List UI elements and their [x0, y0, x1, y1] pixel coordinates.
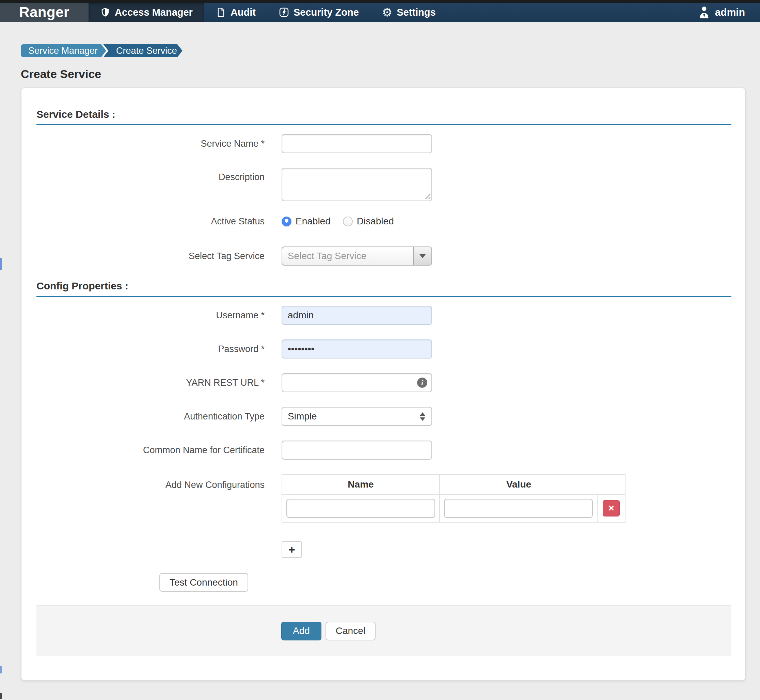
form-row-add-configs: Add New Configurations Name Value ✕ — [36, 474, 732, 523]
service-name-input[interactable] — [281, 134, 432, 153]
select-stepper-icon — [420, 412, 425, 421]
tag-service-select[interactable]: Select Tag Service — [281, 247, 432, 266]
username-label: Username * — [36, 310, 264, 321]
form-actions-bar: Add Cancel — [36, 605, 732, 656]
bolt-icon — [279, 7, 289, 17]
description-textarea[interactable] — [281, 168, 432, 201]
password-input[interactable] — [281, 339, 432, 358]
nav-item-audit[interactable]: Audit — [204, 3, 267, 22]
nav-item-access-manager[interactable]: Access Manager — [89, 3, 204, 22]
radio-enabled-label: Enabled — [296, 216, 331, 227]
auth-type-value: Simple — [282, 411, 432, 422]
add-configs-label: Add New Configurations — [36, 474, 264, 490]
radio-disabled-label: Disabled — [357, 216, 394, 227]
shield-icon — [100, 7, 110, 17]
radio-enabled[interactable] — [281, 217, 291, 227]
description-label: Description — [36, 168, 264, 183]
config-table-row: ✕ — [282, 495, 625, 522]
nav-label: Settings — [397, 7, 435, 18]
form-row-password: Password * — [36, 339, 732, 358]
top-navbar: Ranger Access Manager Audit Security Zon… — [0, 3, 760, 22]
form-row-username: Username * — [36, 306, 732, 325]
breadcrumb-service-manager[interactable]: Service Manager — [21, 44, 101, 57]
add-config-row-button[interactable]: + — [281, 541, 302, 558]
nav-label: Security Zone — [294, 7, 359, 18]
config-col-value: Value — [440, 475, 597, 494]
common-name-input[interactable] — [281, 441, 432, 459]
config-name-input[interactable] — [286, 499, 435, 518]
service-name-label: Service Name * — [36, 139, 264, 149]
user-name: admin — [715, 6, 745, 18]
form-row-tag-service: Select Tag Service Select Tag Service — [36, 247, 732, 266]
config-value-input[interactable] — [444, 499, 593, 518]
tag-service-label: Select Tag Service — [36, 251, 264, 261]
left-edge-marker — [0, 666, 2, 673]
page-content: Service Manager Create Service Create Se… — [0, 22, 760, 681]
test-connection-button[interactable]: Test Connection — [160, 573, 248, 592]
user-icon — [698, 6, 710, 19]
page-title: Create Service — [21, 67, 746, 81]
gear-icon: ⚙ — [382, 7, 392, 17]
section-heading-service-details: Service Details : — [36, 109, 732, 125]
yarn-rest-url-label: YARN REST URL * — [36, 378, 264, 388]
config-col-actions — [597, 475, 625, 494]
nav-label: Audit — [230, 7, 256, 18]
tag-service-placeholder: Select Tag Service — [282, 251, 413, 261]
radio-disabled[interactable] — [343, 217, 353, 227]
nav-item-security-zone[interactable]: Security Zone — [267, 3, 371, 22]
form-row-active-status: Active Status Enabled Disabled — [36, 216, 732, 227]
info-icon[interactable]: i — [417, 378, 427, 388]
config-table: Name Value ✕ — [281, 474, 626, 523]
password-label: Password * — [36, 344, 264, 355]
form-row-common-name: Common Name for Certificate — [36, 441, 732, 459]
delete-config-button[interactable]: ✕ — [603, 500, 620, 517]
window-top-strip — [0, 0, 760, 3]
file-icon — [216, 7, 226, 17]
form-row-yarn-rest-url: YARN REST URL * i — [36, 373, 732, 392]
form-row-auth-type: Authentication Type Simple — [36, 407, 732, 426]
username-input[interactable] — [281, 306, 432, 325]
auth-type-select[interactable]: Simple — [281, 407, 432, 426]
left-edge-marker — [0, 693, 2, 699]
navbar-spacer — [447, 3, 691, 22]
yarn-rest-url-input[interactable] — [281, 373, 432, 392]
dropdown-arrow-button[interactable] — [413, 247, 432, 265]
chevron-down-icon — [419, 254, 425, 258]
cancel-button[interactable]: Cancel — [325, 622, 375, 641]
active-status-options: Enabled Disabled — [281, 216, 732, 227]
main-nav: Access Manager Audit Security Zone ⚙ Set… — [89, 3, 447, 22]
nav-label: Access Manager — [115, 7, 193, 18]
breadcrumb: Service Manager Create Service — [21, 44, 746, 57]
config-col-name: Name — [282, 475, 440, 494]
add-button[interactable]: Add — [281, 622, 321, 641]
section-heading-config-properties: Config Properties : — [36, 280, 732, 297]
active-status-label: Active Status — [36, 216, 264, 227]
create-service-form-card: Service Details : Service Name * Descrip… — [21, 88, 746, 681]
close-icon: ✕ — [608, 503, 615, 513]
breadcrumb-create-service: Create Service — [103, 44, 183, 57]
left-edge-marker — [0, 258, 2, 270]
nav-item-settings[interactable]: ⚙ Settings — [371, 3, 447, 22]
plus-icon: + — [288, 543, 295, 556]
ranger-logo[interactable]: Ranger — [0, 3, 89, 22]
common-name-label: Common Name for Certificate — [36, 445, 264, 456]
user-menu[interactable]: admin — [691, 3, 760, 22]
config-table-header: Name Value — [282, 475, 625, 495]
form-row-description: Description — [36, 168, 732, 201]
auth-type-label: Authentication Type — [36, 411, 264, 422]
form-row-service-name: Service Name * — [36, 134, 732, 153]
